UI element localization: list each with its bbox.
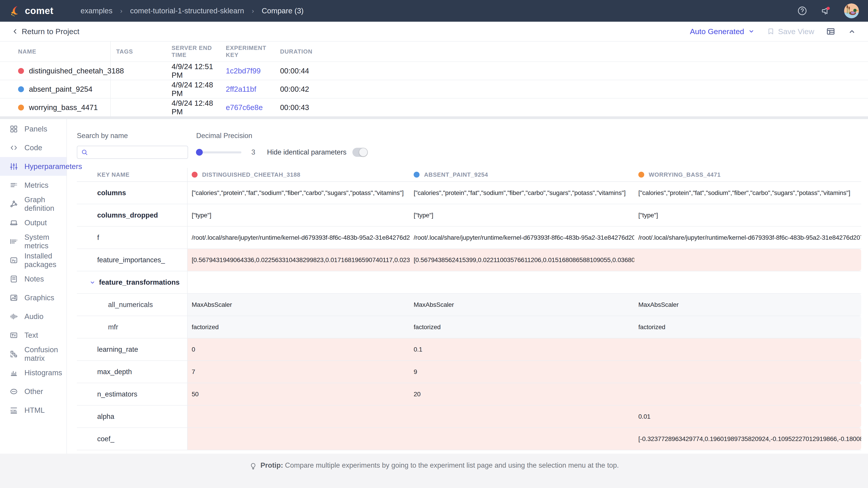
svg-text:Py: Py [12,259,16,262]
compare-row: f/root/.local/share/jupyter/runtime/kern… [77,227,861,249]
collapse-panel-icon[interactable] [847,27,857,36]
value-cell: 20 [410,383,634,405]
experiments-table-header: NAMETAGSSERVER END TIMEEXPERIMENT KEYDUR… [0,41,868,61]
key-cell: f [77,227,188,249]
compare-row: n_estimators5020 [77,383,861,405]
collapse-group-icon[interactable] [89,279,96,286]
key-name: max_depth [97,368,132,376]
key-name: feature_transformations [99,278,180,287]
experiment-key-link[interactable]: 1c2bd7f99 [226,67,260,75]
hyperparameters-icon [9,162,18,171]
view-toolbar: Return to Project Auto Generated Save Vi… [0,22,868,41]
breadcrumb-item[interactable]: Compare (3) [262,6,304,15]
key-name: mfr [108,323,118,331]
sidebar-item-audio[interactable]: Audio [0,307,66,326]
experiment-end-time: 4/9/24 12:48 PM [166,80,220,98]
sidebar-item-installed-packages[interactable]: PyInstalled packages [0,251,66,269]
sidebar-item-label: Audio [24,312,43,321]
sidebar-item-hyperparameters[interactable]: Hyperparameters [0,157,66,176]
sidebar-item-histograms[interactable]: Histograms [0,363,66,382]
key-cell: feature_importances_ [77,249,188,271]
value-cell: factorized [634,316,861,338]
protip-footer: Protip: Compare multiple experiments by … [0,454,868,488]
sidebar-item-graphics[interactable]: Graphics [0,288,66,307]
comet-logo[interactable]: comet [9,4,53,17]
value-cell: ["calories","protein","fat","sodium","fi… [634,182,861,204]
key-name: columns [97,189,126,197]
key-name: columns_dropped [97,211,158,219]
decimal-precision-label: Decimal Precision [196,132,368,140]
breadcrumb-item[interactable]: examples [81,6,112,15]
value-cell: MaxAbsScaler [410,294,634,316]
sidebar-item-graph-definition[interactable]: Graph definition [0,195,66,213]
graphics-icon [9,293,18,302]
compare-table-header: KEY NAMEDISTINGUISHED_CHEETAH_3188ABSENT… [77,168,861,182]
key-cell: coef_ [77,428,188,450]
experiment-end-time: 4/9/24 12:51 PM [166,62,220,79]
sidebar-item-confusion-matrix[interactable]: Confusion matrix [0,345,66,363]
hide-identical-toggle[interactable] [352,148,368,157]
sidebar-item-label: Code [24,143,42,152]
sidebar-item-label: HTML [24,406,45,415]
return-to-project-label: Return to Project [22,27,79,36]
panels-icon [9,125,18,133]
sidebar-item-system-metrics[interactable]: System metrics [0,232,66,251]
decimal-precision-value: 3 [251,148,255,156]
sidebar-item-label: Panels [24,125,47,133]
value-cell: 7 [188,361,410,383]
sidebar-item-metrics[interactable]: Metrics [0,176,66,195]
chevron-left-icon [11,28,19,35]
sidebar-item-label: Installed packages [24,252,66,269]
sidebar-item-output[interactable]: Output [0,213,66,232]
view-selector-dropdown[interactable]: Auto Generated [690,27,755,36]
sidebar-item-code[interactable]: Code [0,138,66,157]
html-icon: HTML [9,406,18,415]
graph-definition-icon [9,200,18,208]
breadcrumb-item[interactable]: comet-tutorial-1-structured-sklearn [130,6,244,15]
slider-thumb[interactable] [196,149,203,156]
experiment-color-dot [192,172,197,177]
experiment-key-link[interactable]: 2ff2a11bf [226,85,256,93]
avatar[interactable] [844,3,859,18]
experiment-key-cell: e767c6e8e [220,103,275,112]
save-view-label: Save View [778,27,814,36]
key-cell: alpha [77,405,188,427]
column-header: DURATION [275,48,868,55]
histograms-icon [9,368,18,377]
notes-icon [9,275,18,283]
sidebar-item-label: Notes [24,275,44,283]
save-view-button[interactable]: Save View [767,27,814,36]
experiment-column-label: DISTINGUISHED_CHEETAH_3188 [202,171,301,178]
decimal-precision-slider[interactable] [196,151,241,153]
svg-text:HTML: HTML [11,409,17,412]
sidebar-item-text[interactable]: Text [0,326,66,345]
return-to-project-button[interactable]: Return to Project [11,27,79,36]
sidebar-item-panels[interactable]: Panels [0,120,66,138]
decimal-precision-group: Decimal Precision 3 Hide identical param… [196,132,368,159]
chevron-down-icon [748,28,755,35]
text-icon [9,331,18,339]
experiment-key-link[interactable]: e767c6e8e [226,103,263,111]
comet-flame-icon [9,4,22,17]
help-icon[interactable] [797,6,807,16]
search-label: Search by name [77,132,188,140]
table-row: absent_paint_92544/9/24 12:48 PM2ff2a11b… [0,80,868,98]
installed-packages-icon: Py [9,256,18,265]
lightbulb-icon [249,462,257,470]
table-layout-icon[interactable] [826,27,835,36]
output-icon [9,219,18,227]
search-input[interactable] [91,149,184,156]
metrics-icon [9,181,18,190]
value-cell [634,271,861,293]
controls-row: Search by name Decimal Precision 3 [77,132,861,159]
sidebar-item-notes[interactable]: Notes [0,269,66,288]
sidebar-item-label: Output [24,219,47,227]
value-cell: /root/.local/share/jupyter/runtime/kerne… [188,227,410,249]
toggle-knob [359,148,367,156]
announcements-icon[interactable] [820,6,831,16]
sidebar-item-html[interactable]: HTMLHTML [0,401,66,420]
column-header: NAME [0,41,111,61]
key-cell[interactable]: feature_transformations [77,271,188,293]
experiment-name-cell: distinguished_cheetah_3188 [0,62,111,80]
sidebar-item-other[interactable]: Other [0,382,66,401]
